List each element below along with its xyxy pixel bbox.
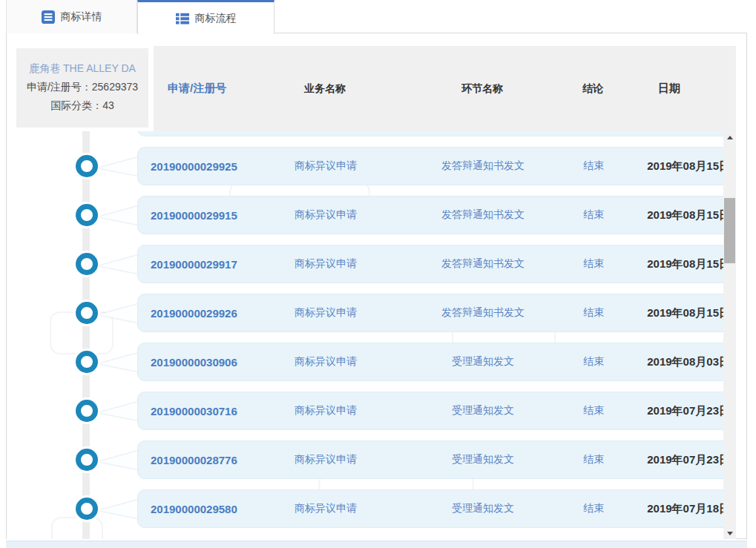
- table-row-partial: [7, 131, 736, 136]
- timeline-node-icon: [76, 253, 98, 275]
- timeline-node-icon: [76, 302, 98, 324]
- row-application-number[interactable]: 20190000029925: [138, 160, 264, 173]
- row-stage-name: 受理通知发文: [387, 404, 579, 417]
- bubble-tail: [99, 500, 138, 518]
- row-application-number[interactable]: 20190000029917: [138, 258, 264, 271]
- row-date: 2019年07月18日: [608, 502, 734, 516]
- scrollbar-thumb[interactable]: [724, 198, 735, 263]
- row-bubble[interactable]: 20190000030906 商标异议申请 受理通知发文 结束 2019年08月…: [137, 343, 735, 381]
- document-lines-icon: [42, 10, 55, 24]
- timeline-node-icon: [76, 351, 98, 373]
- table-row: 20190000029926 商标异议申请 发答辩通知书发文 结束 2019年0…: [7, 294, 736, 332]
- row-bubble[interactable]: 20190000029915 商标异议申请 发答辩通知书发文 结束 2019年0…: [137, 196, 735, 234]
- row-bubble[interactable]: 20190000029580 商标异议申请 受理通知发文 结束 2019年07月…: [137, 489, 735, 528]
- row-stage-name: 受理通知发文: [387, 453, 579, 466]
- row-stage-name: 受理通知发文: [387, 355, 579, 369]
- horizontal-scrollbar-track[interactable]: [6, 541, 747, 548]
- bubble-tail: [99, 304, 138, 323]
- row-stage-name: 发答辩通知书发文: [387, 159, 579, 173]
- row-date: 2019年07月23日: [608, 453, 734, 467]
- row-stage-name: 发答辩通知书发文: [387, 306, 579, 320]
- row-conclusion: 结束: [579, 257, 608, 271]
- row-business-name: 商标异议申请: [264, 355, 387, 369]
- row-date: 2019年08月15日: [608, 159, 734, 174]
- row-business-name: 商标异议申请: [264, 306, 387, 320]
- rows-content: 20190000029925 商标异议申请 发答辩通知书发文 结束 2019年0…: [7, 131, 736, 538]
- row-date: 2019年08月03日: [608, 355, 734, 369]
- scroll-down-button[interactable]: [723, 527, 736, 539]
- timeline-node-icon: [76, 449, 98, 471]
- table-row: 20190000029580 商标异议申请 受理通知发文 结束 2019年07月…: [7, 489, 736, 528]
- row-date: 2019年08月15日: [608, 208, 734, 222]
- table-row: 20190000029917 商标异议申请 发答辩通知书发文 结束 2019年0…: [7, 245, 736, 283]
- table-row: 20190000030716 商标异议申请 受理通知发文 结束 2019年07月…: [7, 392, 736, 430]
- row-conclusion: 结束: [579, 453, 608, 466]
- header-business-name: 业务名称: [263, 82, 387, 96]
- row-stage-name: 受理通知发文: [387, 502, 579, 515]
- row-date: 2019年07月23日: [608, 404, 734, 418]
- tab-label: 商标流程: [195, 12, 237, 25]
- list-icon: [176, 12, 189, 25]
- bubble-tail: [99, 451, 138, 469]
- header-application-number: 申请/注册号: [137, 82, 263, 96]
- timeline-node-icon: [76, 498, 98, 520]
- bubble-tail: [99, 206, 138, 225]
- timeline-node-icon: [76, 204, 98, 226]
- bubble-tail: [99, 255, 138, 274]
- row-bubble[interactable]: 20190000029925 商标异议申请 发答辩通知书发文 结束 2019年0…: [137, 147, 735, 185]
- row-conclusion: 结束: [579, 208, 608, 222]
- registration-number-line: 申请/注册号：25629373: [16, 78, 148, 96]
- table-header-row: 申请/注册号 业务名称 环节名称 结论 日期: [137, 46, 735, 131]
- tab-trademark-detail[interactable]: 商标详情: [6, 0, 137, 33]
- tab-trademark-flow[interactable]: 商标流程: [137, 0, 275, 34]
- row-application-number[interactable]: 20190000029926: [138, 307, 264, 320]
- row-business-name: 商标异议申请: [264, 453, 387, 466]
- row-bubble[interactable]: 20190000028776 商标异议申请 受理通知发文 结束 2019年07月…: [137, 440, 735, 479]
- row-conclusion: 结束: [579, 159, 608, 173]
- table-row: 20190000029925 商标异议申请 发答辩通知书发文 结束 2019年0…: [7, 147, 736, 185]
- row-conclusion: 结束: [579, 502, 608, 515]
- table-row: 20190000030906 商标异议申请 受理通知发文 结束 2019年08月…: [7, 343, 736, 381]
- row-bubble[interactable]: 20190000029917 商标异议申请 发答辩通知书发文 结束 2019年0…: [137, 245, 735, 283]
- row-application-number[interactable]: 20190000028776: [138, 454, 264, 466]
- row-business-name: 商标异议申请: [264, 502, 387, 515]
- row-conclusion: 结束: [579, 355, 608, 369]
- table-row: 20190000029915 商标异议申请 发答辩通知书发文 结束 2019年0…: [7, 196, 736, 234]
- table-row: 20190000028776 商标异议申请 受理通知发文 结束 2019年07月…: [7, 440, 736, 479]
- header-stage-name: 环节名称: [387, 82, 578, 96]
- bubble-tail: [99, 157, 138, 176]
- flow-panel: 鹿角巷 THE ALLEY DA 申请/注册号：25629373 国际分类：43…: [6, 33, 747, 539]
- row-date: 2019年08月15日: [608, 306, 734, 320]
- trademark-name: 鹿角巷 THE ALLEY DA: [16, 59, 148, 78]
- row-application-number[interactable]: 20190000030716: [138, 405, 264, 417]
- international-class-line: 国际分类：43: [16, 96, 148, 115]
- tab-bar: 商标详情 商标流程: [6, 0, 747, 33]
- trademark-summary-card: 鹿角巷 THE ALLEY DA 申请/注册号：25629373 国际分类：43: [16, 48, 148, 128]
- vertical-scrollbar[interactable]: [723, 131, 736, 539]
- bubble-tail: [99, 353, 138, 372]
- row-stage-name: 发答辩通知书发文: [387, 257, 579, 271]
- row-date: 2019年08月15日: [608, 257, 734, 271]
- row-application-number[interactable]: 20190000029915: [138, 209, 264, 222]
- row-conclusion: 结束: [579, 404, 608, 417]
- timeline-node-icon: [76, 155, 98, 177]
- flow-list-viewport: 20190000029925 商标异议申请 发答辩通知书发文 结束 2019年0…: [7, 131, 736, 539]
- arrow-down-icon: [727, 532, 733, 535]
- row-business-name: 商标异议申请: [264, 159, 387, 173]
- header-date: 日期: [608, 82, 735, 96]
- row-bubble[interactable]: 20190000030716 商标异议申请 受理通知发文 结束 2019年07月…: [137, 392, 735, 430]
- header-conclusion: 结论: [578, 82, 608, 96]
- row-business-name: 商标异议申请: [264, 208, 387, 222]
- scroll-up-button[interactable]: [723, 131, 736, 143]
- row-business-name: 商标异议申请: [264, 404, 387, 417]
- tab-label: 商标详情: [61, 10, 102, 24]
- bubble-tail: [99, 402, 138, 420]
- trademark-flow-page: 商标详情 商标流程 鹿角巷 THE ALLEY DA 申请/注册号：256293…: [0, 0, 756, 548]
- row-stage-name: 发答辩通知书发文: [387, 208, 579, 222]
- row-conclusion: 结束: [579, 306, 608, 320]
- row-bubble[interactable]: 20190000029926 商标异议申请 发答辩通知书发文 结束 2019年0…: [137, 294, 735, 332]
- arrow-up-icon: [727, 136, 733, 139]
- timeline-node-icon: [76, 400, 98, 422]
- row-application-number[interactable]: 20190000030906: [138, 356, 264, 369]
- row-application-number[interactable]: 20190000029580: [138, 503, 264, 515]
